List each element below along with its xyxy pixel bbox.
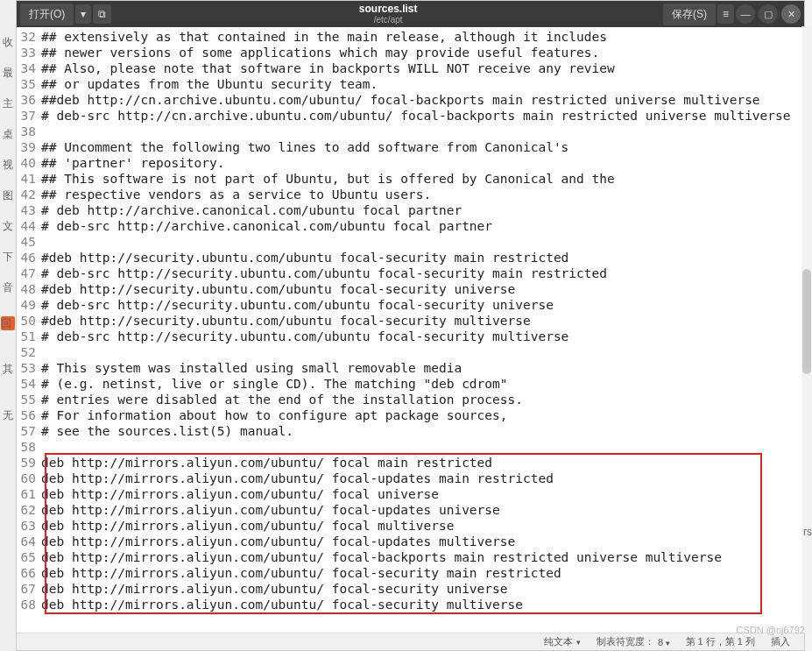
line-content[interactable]: # deb-src http://cn.archive.ubuntu.com/u… xyxy=(41,108,791,124)
editor-line[interactable]: 63deb http://mirrors.aliyun.com/ubuntu/ … xyxy=(17,518,804,534)
line-content[interactable]: deb http://mirrors.aliyun.com/ubuntu/ fo… xyxy=(41,597,523,612)
editor-line[interactable]: 42## respective vendors as a service to … xyxy=(17,187,804,202)
line-content[interactable]: ## newer versions of some applications w… xyxy=(41,45,599,60)
line-content[interactable]: # deb http://archive.canonical.com/ubunt… xyxy=(41,202,462,218)
editor-line[interactable]: 41## This software is not part of Ubuntu… xyxy=(17,171,804,187)
hamburger-menu[interactable]: ≡ xyxy=(717,4,734,24)
editor-line[interactable]: 39## Uncomment the following two lines t… xyxy=(17,139,804,155)
editor-line[interactable]: 66deb http://mirrors.aliyun.com/ubuntu/ … xyxy=(17,565,804,581)
line-content[interactable]: ## This software is not part of Ubuntu, … xyxy=(41,171,615,187)
line-content[interactable]: #deb http://security.ubuntu.com/ubuntu f… xyxy=(41,281,515,297)
maximize-button[interactable]: ▢ xyxy=(759,4,778,24)
new-tab-button[interactable]: ⧉ xyxy=(93,4,111,24)
editor-line[interactable]: 68deb http://mirrors.aliyun.com/ubuntu/ … xyxy=(17,597,804,612)
line-number: 61 xyxy=(17,486,41,502)
line-content[interactable]: deb http://mirrors.aliyun.com/ubuntu/ fo… xyxy=(41,502,500,518)
line-content[interactable]: # see the sources.list(5) manual. xyxy=(41,423,293,439)
titlebar: 打开(O) ▾ ⧉ sources.list /etc/apt 保存(S) ≡ … xyxy=(17,1,804,27)
sidebar-item[interactable]: 视 xyxy=(3,158,13,173)
editor-window: 打开(O) ▾ ⧉ sources.list /etc/apt 保存(S) ≡ … xyxy=(16,0,805,651)
line-content[interactable]: # entries were disabled at the end of th… xyxy=(41,392,523,407)
editor-line[interactable]: 56# For information about how to configu… xyxy=(17,407,804,423)
editor-line[interactable]: 34## Also, please note that software in … xyxy=(17,60,804,76)
line-content[interactable]: ## respective vendors as a service to Ub… xyxy=(41,187,431,202)
editor-line[interactable]: 32## extensively as that contained in th… xyxy=(17,29,804,45)
sidebar-item[interactable]: 无 xyxy=(3,408,13,423)
line-content[interactable]: # deb-src http://archive.canonical.com/u… xyxy=(41,218,492,234)
tab-width-control[interactable]: 制表符宽度： 8 xyxy=(597,635,670,648)
editor-line[interactable]: 53# This system was installed using smal… xyxy=(17,360,804,376)
line-content[interactable]: deb http://mirrors.aliyun.com/ubuntu/ fo… xyxy=(41,581,508,597)
editor-line[interactable]: 37# deb-src http://cn.archive.ubuntu.com… xyxy=(17,108,804,124)
line-content[interactable]: ## extensively as that contained in the … xyxy=(41,29,607,45)
line-content[interactable]: # deb-src http://security.ubuntu.com/ubu… xyxy=(41,297,554,313)
line-content[interactable]: # (e.g. netinst, live or single CD). The… xyxy=(41,376,508,392)
window-title: sources.list xyxy=(113,3,663,15)
minimize-button[interactable]: — xyxy=(736,4,755,24)
sidebar-item[interactable]: 主 xyxy=(3,96,13,111)
line-content[interactable]: #deb http://security.ubuntu.com/ubuntu f… xyxy=(41,313,531,329)
sidebar-item[interactable]: 音 xyxy=(3,280,13,295)
editor-line[interactable]: 64deb http://mirrors.aliyun.com/ubuntu/ … xyxy=(17,534,804,549)
open-dropdown[interactable]: ▾ xyxy=(75,4,91,24)
line-content[interactable]: deb http://mirrors.aliyun.com/ubuntu/ fo… xyxy=(41,565,561,581)
editor-line[interactable]: 33## newer versions of some applications… xyxy=(17,45,804,60)
sidebar-item[interactable]: 图 xyxy=(3,188,13,203)
editor-line[interactable]: 38 xyxy=(17,124,804,139)
editor-line[interactable]: 48#deb http://security.ubuntu.com/ubuntu… xyxy=(17,281,804,297)
line-content[interactable]: deb http://mirrors.aliyun.com/ubuntu/ fo… xyxy=(41,518,454,534)
line-content[interactable]: ## Also, please note that software in ba… xyxy=(41,60,615,76)
editor-line[interactable]: 35## or updates from the Ubuntu security… xyxy=(17,76,804,92)
editor-line[interactable]: 51# deb-src http://security.ubuntu.com/u… xyxy=(17,329,804,344)
open-button[interactable]: 打开(O) xyxy=(20,4,74,25)
line-content[interactable]: #deb http://security.ubuntu.com/ubuntu f… xyxy=(41,250,568,265)
close-button[interactable]: ✕ xyxy=(781,4,801,24)
editor-line[interactable]: 65deb http://mirrors.aliyun.com/ubuntu/ … xyxy=(17,549,804,565)
sidebar-item[interactable]: 下 xyxy=(3,250,13,265)
editor-line[interactable]: 36##deb http://cn.archive.ubuntu.com/ubu… xyxy=(17,92,804,108)
sidebar-item[interactable]: 文 xyxy=(3,219,13,234)
line-content[interactable]: deb http://mirrors.aliyun.com/ubuntu/ fo… xyxy=(41,534,515,549)
sidebar-item[interactable]: 最 xyxy=(3,66,13,81)
insert-mode[interactable]: 插入 xyxy=(771,635,790,648)
editor-line[interactable]: 61deb http://mirrors.aliyun.com/ubuntu/ … xyxy=(17,486,804,502)
line-content[interactable]: deb http://mirrors.aliyun.com/ubuntu/ fo… xyxy=(41,549,722,565)
scrollbar-thumb[interactable] xyxy=(802,269,811,374)
editor-line[interactable]: 46#deb http://security.ubuntu.com/ubuntu… xyxy=(17,250,804,265)
line-content[interactable]: # deb-src http://security.ubuntu.com/ubu… xyxy=(41,265,607,281)
editor-line[interactable]: 45 xyxy=(17,234,804,250)
editor-line[interactable]: 67deb http://mirrors.aliyun.com/ubuntu/ … xyxy=(17,581,804,597)
editor-line[interactable]: 44# deb-src http://archive.canonical.com… xyxy=(17,218,804,234)
line-content[interactable]: ## Uncomment the following two lines to … xyxy=(41,139,568,155)
editor-line[interactable]: 54# (e.g. netinst, live or single CD). T… xyxy=(17,376,804,392)
syntax-mode-dropdown[interactable]: 纯文本 xyxy=(544,635,581,648)
line-content[interactable]: deb http://mirrors.aliyun.com/ubuntu/ fo… xyxy=(41,455,492,471)
editor-line[interactable]: 47# deb-src http://security.ubuntu.com/u… xyxy=(17,265,804,281)
sidebar-item[interactable]: 其 xyxy=(3,362,13,377)
line-content[interactable]: ## or updates from the Ubuntu security t… xyxy=(41,76,378,92)
text-editor-area[interactable]: 32## extensively as that contained in th… xyxy=(17,27,804,633)
editor-line[interactable]: 60deb http://mirrors.aliyun.com/ubuntu/ … xyxy=(17,471,804,486)
editor-line[interactable]: 59deb http://mirrors.aliyun.com/ubuntu/ … xyxy=(17,455,804,471)
editor-line[interactable]: 62deb http://mirrors.aliyun.com/ubuntu/ … xyxy=(17,502,804,518)
line-content[interactable]: # For information about how to configure… xyxy=(41,407,508,423)
line-content[interactable]: deb http://mirrors.aliyun.com/ubuntu/ fo… xyxy=(41,486,439,502)
editor-line[interactable]: 55# entries were disabled at the end of … xyxy=(17,392,804,407)
scrollbar[interactable] xyxy=(801,26,812,633)
editor-line[interactable]: 57# see the sources.list(5) manual. xyxy=(17,423,804,439)
line-content[interactable]: # deb-src http://security.ubuntu.com/ubu… xyxy=(41,329,568,344)
line-content[interactable]: ##deb http://cn.archive.ubuntu.com/ubunt… xyxy=(41,92,760,108)
line-content[interactable]: # This system was installed using small … xyxy=(41,360,462,376)
save-button[interactable]: 保存(S) xyxy=(663,4,716,25)
sidebar-item[interactable]: 桌 xyxy=(3,127,13,142)
line-content[interactable]: ## 'partner' repository. xyxy=(41,155,225,171)
sidebar-item[interactable]: 回 xyxy=(1,316,15,330)
editor-line[interactable]: 50#deb http://security.ubuntu.com/ubuntu… xyxy=(17,313,804,329)
editor-line[interactable]: 43# deb http://archive.canonical.com/ubu… xyxy=(17,202,804,218)
editor-line[interactable]: 40## 'partner' repository. xyxy=(17,155,804,171)
editor-line[interactable]: 52 xyxy=(17,344,804,360)
editor-line[interactable]: 58 xyxy=(17,439,804,455)
sidebar-item[interactable]: 收 xyxy=(3,35,13,50)
editor-line[interactable]: 49# deb-src http://security.ubuntu.com/u… xyxy=(17,297,804,313)
line-content[interactable]: deb http://mirrors.aliyun.com/ubuntu/ fo… xyxy=(41,471,554,486)
